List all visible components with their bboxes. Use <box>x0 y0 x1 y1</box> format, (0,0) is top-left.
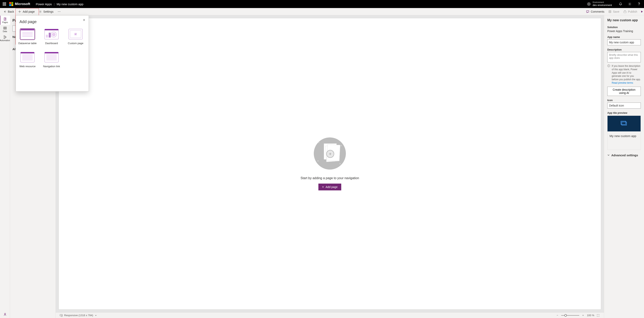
responsive-icon <box>60 314 62 317</box>
ellipsis-icon <box>58 10 61 13</box>
svg-rect-12 <box>4 27 6 29</box>
empty-state-illustration: + <box>314 137 346 170</box>
page-type-navlink[interactable]: Navigation link <box>44 52 60 68</box>
microsoft-text: Microsoft <box>15 2 30 6</box>
svg-rect-6 <box>586 11 589 12</box>
info-link[interactable]: Read preview terms <box>612 82 633 84</box>
ptype-custom-label: Custom page <box>68 42 83 45</box>
solution-value: Power Apps Training <box>607 30 641 33</box>
comments-button[interactable]: Comments <box>584 8 606 15</box>
add-page-label: Add page <box>23 10 35 13</box>
chevron-down-icon <box>607 154 610 156</box>
rail-automation[interactable]: Automation <box>0 34 10 43</box>
rail-data-label: Data <box>3 30 7 33</box>
description-input[interactable]: Briefly describe what this app does <box>607 52 641 62</box>
canvas-add-page-label: Add page <box>326 185 338 189</box>
advanced-settings-toggle[interactable]: Advanced settings <box>607 153 641 157</box>
app-launcher-icon[interactable] <box>0 0 8 8</box>
canvas-add-page-button[interactable]: + Add page <box>318 184 341 190</box>
page-type-custom[interactable]: Custom page <box>68 29 84 45</box>
zoom-out-button[interactable]: − <box>556 313 559 317</box>
rail-pages-label: Pages <box>2 21 8 24</box>
app-tile-icon <box>620 121 628 126</box>
svg-rect-15 <box>4 38 5 39</box>
svg-point-4 <box>59 11 59 12</box>
preview-label: App tile preview <box>607 111 641 114</box>
ptype-dashboard-label: Dashboard <box>45 42 58 45</box>
tile-preview-name: My new custom app <box>608 131 640 150</box>
svg-rect-14 <box>5 37 6 38</box>
microsoft-logo: Microsoft <box>9 2 30 6</box>
responsive-label[interactable]: Responsive (1316 x 784) <box>64 314 93 317</box>
save-button[interactable]: Save <box>606 8 621 15</box>
help-icon[interactable]: ? <box>634 0 644 8</box>
info-icon <box>607 64 610 85</box>
page-type-list: Dataverse table Dashboard Custom page </… <box>20 29 85 68</box>
product-name[interactable]: Power Apps <box>36 3 52 6</box>
icon-label: Icon <box>607 99 641 102</box>
svg-rect-21 <box>608 66 609 66</box>
zoom-slider[interactable] <box>561 315 579 315</box>
environment-picker[interactable]: Environment dev environment <box>583 1 616 7</box>
custom-page-icon <box>74 32 78 36</box>
appname-label: App name <box>607 36 641 39</box>
appname-input[interactable]: My new custom app <box>607 39 641 45</box>
svg-point-1 <box>629 4 630 5</box>
appname-value: My new custom app <box>609 41 634 44</box>
canvas-footer: Responsive (1316 x 784) − + 100 % <box>56 312 604 318</box>
left-rail: Pages Data Automation <box>0 15 10 318</box>
more-button[interactable] <box>56 8 63 15</box>
save-label: Save <box>613 10 619 13</box>
svg-point-5 <box>60 11 60 12</box>
environment-name: dev environment <box>593 4 612 7</box>
comments-label: Comments <box>591 10 604 13</box>
svg-rect-8 <box>609 11 610 11</box>
ptype-dataverse-label: Dataverse table <box>18 42 36 45</box>
rail-data[interactable]: Data <box>0 25 10 34</box>
gear-icon <box>39 10 42 13</box>
add-page-button[interactable]: Add page <box>16 8 37 15</box>
settings-label: Settings <box>43 10 54 13</box>
automation-icon <box>3 35 7 39</box>
app-title: My new custom app <box>56 3 83 6</box>
back-button[interactable]: Back <box>1 8 16 15</box>
page-type-dataverse[interactable]: Dataverse table <box>20 29 36 45</box>
chevron-down-icon[interactable] <box>95 314 97 316</box>
publish-button[interactable]: Publish <box>621 8 639 15</box>
ptype-webres-label: Web resource <box>20 65 36 68</box>
svg-rect-18 <box>61 315 62 316</box>
add-page-popover: Add page ✕ Dataverse table Dashboard Cus… <box>16 15 89 92</box>
page-type-webresource[interactable]: </> Web resource <box>20 52 36 68</box>
svg-rect-9 <box>609 12 610 13</box>
rail-automation-label: Automation <box>0 39 10 42</box>
publish-icon <box>623 10 626 13</box>
plus-circle-icon: + <box>326 150 334 158</box>
zoom-in-button[interactable]: + <box>581 313 585 317</box>
rail-pages[interactable]: Pages <box>0 16 10 25</box>
play-icon[interactable] <box>641 11 643 13</box>
rail-agent[interactable] <box>0 312 10 316</box>
svg-point-2 <box>40 11 41 12</box>
app-header: Microsoft Power Apps | My new custom app… <box>0 0 644 8</box>
create-description-ai-button[interactable]: Create description using AI <box>607 87 641 96</box>
info-text: If you leave the description of this app… <box>612 65 641 81</box>
icon-value: Default icon <box>609 104 624 107</box>
solution-label: Solution <box>607 26 641 29</box>
environment-label: Environment <box>593 1 612 4</box>
popover-title: Add page <box>20 20 85 24</box>
fit-button[interactable] <box>596 313 600 317</box>
close-icon[interactable]: ✕ <box>83 18 86 22</box>
arrow-left-icon <box>3 10 6 13</box>
icon-select[interactable]: Default icon <box>607 103 641 109</box>
publish-label: Publish <box>628 10 637 13</box>
settings-icon[interactable] <box>625 0 634 8</box>
notifications-icon[interactable] <box>616 0 625 8</box>
header-separator: | <box>54 3 55 6</box>
command-bar: Back Add page Settings Comments Save <box>0 8 644 15</box>
settings-button[interactable]: Settings <box>37 8 56 15</box>
main: Pages Data Automation Pages Navigation A… <box>0 15 644 318</box>
property-panel: My new custom app Solution Power Apps Tr… <box>604 15 644 318</box>
page-type-dashboard[interactable]: Dashboard <box>44 29 60 45</box>
environment-icon <box>587 2 591 6</box>
description-info: If you leave the description of this app… <box>607 64 641 85</box>
